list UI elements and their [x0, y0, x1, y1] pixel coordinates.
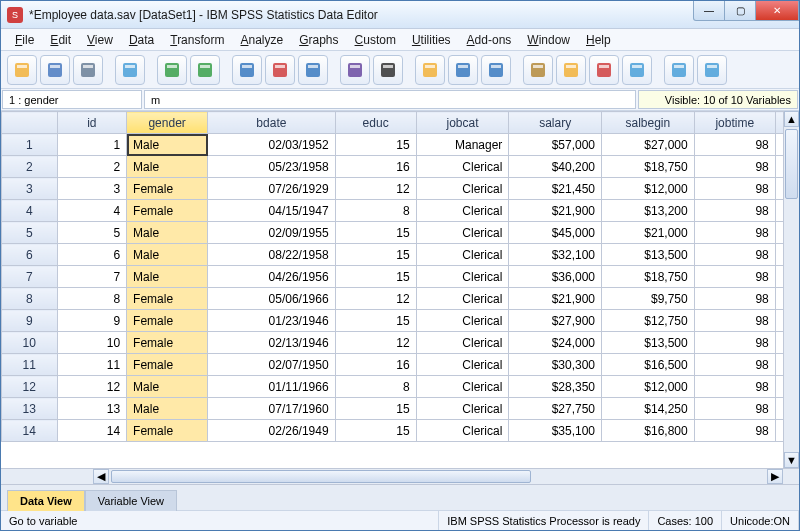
cell-gender[interactable]: Male	[127, 244, 208, 266]
cell-id[interactable]: 12	[57, 376, 127, 398]
table-row[interactable]: 11Male02/03/195215Manager$57,000$27,0009…	[2, 134, 799, 156]
row-header[interactable]: 8	[2, 288, 58, 310]
menu-utilities[interactable]: Utilities	[406, 31, 457, 49]
cell-id[interactable]: 13	[57, 398, 127, 420]
cell-educ[interactable]: 12	[335, 178, 416, 200]
cell-salbegin[interactable]: $12,750	[602, 310, 695, 332]
split-button[interactable]	[481, 55, 511, 85]
row-header[interactable]: 11	[2, 354, 58, 376]
cell-gender[interactable]: Male	[127, 134, 208, 156]
table-row[interactable]: 55Male02/09/195515Clerical$45,000$21,000…	[2, 222, 799, 244]
cell-gender[interactable]: Female	[127, 420, 208, 442]
table-row[interactable]: 44Female04/15/19478Clerical$21,900$13,20…	[2, 200, 799, 222]
recall-button[interactable]	[115, 55, 145, 85]
cell-jobcat[interactable]: Clerical	[416, 200, 509, 222]
goto-var-button[interactable]	[265, 55, 295, 85]
cell-jobtime[interactable]: 98	[694, 420, 775, 442]
cell-bdate[interactable]: 05/23/1958	[208, 156, 335, 178]
table-row[interactable]: 99Female01/23/194615Clerical$27,900$12,7…	[2, 310, 799, 332]
data-grid[interactable]: idgenderbdateeducjobcatsalarysalbeginjob…	[1, 111, 799, 442]
select-button[interactable]	[556, 55, 586, 85]
row-header[interactable]: 10	[2, 332, 58, 354]
cell-jobcat[interactable]: Clerical	[416, 310, 509, 332]
cell-jobtime[interactable]: 98	[694, 244, 775, 266]
row-header[interactable]: 7	[2, 266, 58, 288]
cell-educ[interactable]: 8	[335, 376, 416, 398]
close-button[interactable]: ✕	[755, 1, 799, 21]
variables-button[interactable]	[298, 55, 328, 85]
cell-id[interactable]: 4	[57, 200, 127, 222]
col-header-gender[interactable]: gender	[127, 112, 208, 134]
row-header[interactable]: 3	[2, 178, 58, 200]
cell-jobtime[interactable]: 98	[694, 332, 775, 354]
scroll-up-arrow-icon[interactable]: ▲	[784, 111, 799, 127]
spellcheck-button[interactable]	[697, 55, 727, 85]
vertical-scrollbar[interactable]: ▲ ▼	[783, 111, 799, 468]
cell-jobcat[interactable]: Manager	[416, 134, 509, 156]
cell-salbegin[interactable]: $18,750	[602, 156, 695, 178]
row-header[interactable]: 9	[2, 310, 58, 332]
row-header[interactable]: 13	[2, 398, 58, 420]
cell-salary[interactable]: $27,900	[509, 310, 602, 332]
cell-salbegin[interactable]: $9,750	[602, 288, 695, 310]
cell-jobcat[interactable]: Clerical	[416, 156, 509, 178]
cell-jobcat[interactable]: Clerical	[416, 222, 509, 244]
cell-jobtime[interactable]: 98	[694, 222, 775, 244]
scroll-right-arrow-icon[interactable]: ▶	[767, 469, 783, 484]
table-row[interactable]: 1313Male07/17/196015Clerical$27,750$14,2…	[2, 398, 799, 420]
col-header-educ[interactable]: educ	[335, 112, 416, 134]
col-header-id[interactable]: id	[57, 112, 127, 134]
cell-salbegin[interactable]: $16,800	[602, 420, 695, 442]
save-button[interactable]	[40, 55, 70, 85]
open-button[interactable]	[7, 55, 37, 85]
cell-jobcat[interactable]: Clerical	[416, 376, 509, 398]
cell-jobtime[interactable]: 98	[694, 134, 775, 156]
cell-id[interactable]: 2	[57, 156, 127, 178]
insert-case-button[interactable]	[415, 55, 445, 85]
cell-educ[interactable]: 15	[335, 420, 416, 442]
cell-salbegin[interactable]: $13,500	[602, 332, 695, 354]
cell-educ[interactable]: 15	[335, 222, 416, 244]
cell-jobtime[interactable]: 98	[694, 200, 775, 222]
table-row[interactable]: 1212Male01/11/19668Clerical$28,350$12,00…	[2, 376, 799, 398]
cell-salbegin[interactable]: $16,500	[602, 354, 695, 376]
cell-jobtime[interactable]: 98	[694, 310, 775, 332]
cell-gender[interactable]: Female	[127, 200, 208, 222]
col-header-bdate[interactable]: bdate	[208, 112, 335, 134]
table-row[interactable]: 77Male04/26/195615Clerical$36,000$18,750…	[2, 266, 799, 288]
cell-salary[interactable]: $21,900	[509, 200, 602, 222]
row-header[interactable]: 14	[2, 420, 58, 442]
cell-educ[interactable]: 12	[335, 288, 416, 310]
cell-educ[interactable]: 8	[335, 200, 416, 222]
cell-id[interactable]: 14	[57, 420, 127, 442]
row-header[interactable]: 6	[2, 244, 58, 266]
cell-id[interactable]: 6	[57, 244, 127, 266]
menu-edit[interactable]: Edit	[44, 31, 77, 49]
title-bar[interactable]: S *Employee data.sav [DataSet1] - IBM SP…	[1, 1, 799, 29]
cell-salbegin[interactable]: $12,000	[602, 178, 695, 200]
cell-salbegin[interactable]: $14,250	[602, 398, 695, 420]
col-header-salary[interactable]: salary	[509, 112, 602, 134]
menu-analyze[interactable]: Analyze	[234, 31, 289, 49]
cell-salary[interactable]: $21,900	[509, 288, 602, 310]
cell-gender[interactable]: Female	[127, 332, 208, 354]
cell-bdate[interactable]: 01/11/1966	[208, 376, 335, 398]
cell-jobcat[interactable]: Clerical	[416, 332, 509, 354]
cell-jobcat[interactable]: Clerical	[416, 178, 509, 200]
cell-jobtime[interactable]: 98	[694, 266, 775, 288]
cell-salary[interactable]: $27,750	[509, 398, 602, 420]
cell-jobcat[interactable]: Clerical	[416, 354, 509, 376]
cell-bdate[interactable]: 02/07/1950	[208, 354, 335, 376]
cell-educ[interactable]: 15	[335, 398, 416, 420]
cell-salary[interactable]: $21,450	[509, 178, 602, 200]
scroll-down-arrow-icon[interactable]: ▼	[784, 452, 799, 468]
cell-id[interactable]: 3	[57, 178, 127, 200]
goto-case-button[interactable]	[232, 55, 262, 85]
menu-data[interactable]: Data	[123, 31, 160, 49]
cell-id[interactable]: 5	[57, 222, 127, 244]
row-header[interactable]: 1	[2, 134, 58, 156]
cell-id[interactable]: 10	[57, 332, 127, 354]
row-header[interactable]: 5	[2, 222, 58, 244]
cell-educ[interactable]: 16	[335, 156, 416, 178]
cell-jobcat[interactable]: Clerical	[416, 266, 509, 288]
